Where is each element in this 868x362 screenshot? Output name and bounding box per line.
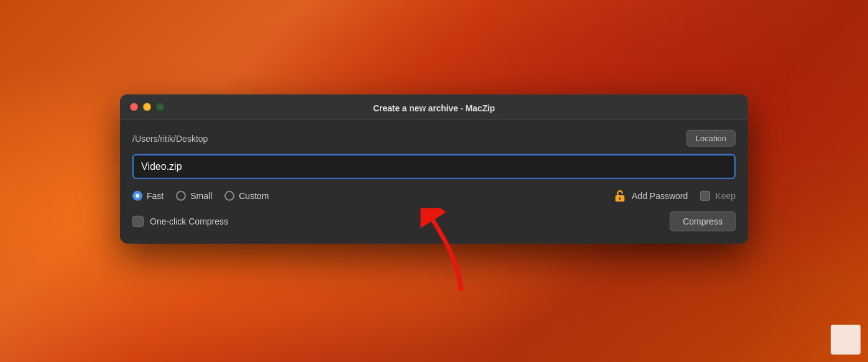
close-button[interactable] — [130, 103, 138, 111]
radio-group: Fast Small Custom — [132, 191, 601, 201]
oneclick-group: One-click Compress — [132, 216, 228, 227]
radio-small[interactable]: Small — [176, 191, 212, 201]
add-password-label: Add Password — [632, 191, 688, 201]
radio-small-circle — [176, 191, 186, 201]
watermark — [831, 325, 861, 355]
radio-small-label: Small — [190, 191, 212, 201]
radio-custom[interactable]: Custom — [224, 191, 269, 201]
oneclick-label: One-click Compress — [150, 216, 228, 226]
filename-input[interactable] — [132, 154, 736, 179]
lock-icon — [613, 189, 627, 203]
oneclick-checkbox[interactable] — [132, 216, 144, 227]
path-text: /Users/ritik/Desktop — [132, 133, 208, 143]
keep-checkbox[interactable] — [700, 191, 710, 201]
options-row: Fast Small Custom — [132, 189, 736, 203]
path-row: /Users/ritik/Desktop Location — [132, 130, 736, 147]
minimize-button[interactable] — [143, 103, 151, 111]
password-group[interactable]: Add Password — [613, 189, 688, 203]
radio-custom-label: Custom — [239, 191, 269, 201]
svg-rect-2 — [619, 198, 620, 200]
keep-label: Keep — [715, 191, 736, 201]
traffic-lights — [130, 103, 164, 111]
location-button[interactable]: Location — [686, 130, 736, 147]
radio-custom-circle — [224, 191, 234, 201]
window-body: /Users/ritik/Desktop Location Fast Smal — [120, 120, 748, 244]
maczip-window: Create a new archive - MacZip /Users/rit… — [120, 95, 748, 244]
bottom-row: One-click Compress Compress — [132, 211, 736, 231]
titlebar: Create a new archive - MacZip — [120, 95, 748, 120]
compress-button[interactable]: Compress — [670, 211, 736, 231]
radio-fast-label: Fast — [147, 191, 164, 201]
keep-group: Keep — [700, 191, 736, 201]
window-container: Create a new archive - MacZip /Users/rit… — [120, 95, 748, 244]
radio-fast[interactable]: Fast — [132, 191, 164, 201]
maximize-button[interactable] — [156, 103, 164, 111]
window-title: Create a new archive - MacZip — [373, 103, 495, 113]
radio-fast-circle — [132, 191, 142, 201]
